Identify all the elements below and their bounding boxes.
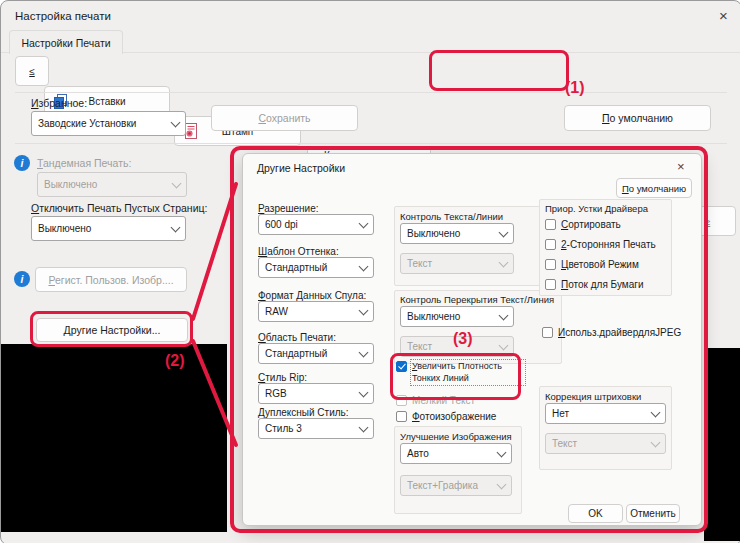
image-enhancement-target-select: Текст+Графика bbox=[400, 475, 512, 496]
chevron-down-icon bbox=[499, 257, 509, 267]
skip-blank-pages-value: Выключено bbox=[38, 223, 91, 234]
rip-style-select[interactable]: RGB bbox=[258, 383, 374, 404]
dialog-title: Другие Настройки bbox=[257, 162, 345, 174]
tab-label: Настройки Печати bbox=[21, 37, 110, 49]
dialog-close-icon[interactable]: × bbox=[677, 160, 685, 173]
tab-print-settings[interactable]: Настройки Печати bbox=[9, 30, 123, 54]
chevron-down-icon bbox=[359, 387, 369, 397]
image-enhancement-title: Улучшение Изображения bbox=[400, 431, 512, 442]
tandem-print-value: Выключено bbox=[44, 179, 97, 190]
tone-pattern-select[interactable]: Стандартный bbox=[258, 257, 374, 278]
chevron-down-icon bbox=[359, 422, 369, 432]
step1-highlight-box bbox=[429, 50, 569, 91]
ok-label: OK bbox=[588, 508, 602, 519]
chevron-down-icon bbox=[171, 222, 181, 232]
chevron-down-icon bbox=[499, 340, 509, 350]
chevron-down-icon bbox=[651, 407, 661, 417]
checkbox-icon bbox=[545, 239, 556, 250]
duplex-style-select[interactable]: Стиль 3 bbox=[258, 418, 374, 439]
info-icon: i bbox=[14, 155, 30, 171]
print-area-label: Область Печати: bbox=[258, 332, 336, 343]
print-area-select[interactable]: Стандартный bbox=[258, 343, 374, 364]
blackout-region bbox=[1, 344, 227, 532]
rip-style-label: Стиль Rip: bbox=[258, 372, 307, 383]
checkbox-icon bbox=[396, 411, 407, 422]
checkbox-icon bbox=[545, 259, 556, 270]
overlap-control-target: Текст bbox=[407, 341, 432, 352]
defaults-button[interactable]: По умолчанию bbox=[564, 105, 711, 131]
chevron-down-icon bbox=[359, 218, 369, 228]
text-line-control-title: Контроль Текста/Линии bbox=[400, 211, 503, 222]
step3-annotation: (3) bbox=[453, 330, 473, 348]
ok-button[interactable]: OK bbox=[568, 504, 623, 523]
chevron-down-icon bbox=[499, 310, 509, 320]
checkbox-icon bbox=[542, 327, 553, 338]
resolution-select[interactable]: 600 dpi bbox=[258, 214, 374, 235]
chevron-down-icon bbox=[171, 117, 181, 127]
cancel-button[interactable]: Отменить bbox=[626, 504, 680, 523]
resolution-label: Разрешение: bbox=[258, 203, 319, 214]
chevron-down-icon bbox=[499, 227, 509, 237]
driver-priority-title: Приор. Устки Драйвера bbox=[545, 203, 648, 214]
hatching-correction-value: Нет bbox=[552, 408, 569, 419]
tone-pattern-label: Шаблон Оттенка: bbox=[258, 246, 339, 257]
duplex-print-checkbox[interactable]: 2-Сторонняя Печать bbox=[545, 239, 656, 250]
image-enhancement-select[interactable]: Авто bbox=[400, 443, 512, 464]
window-title: Настройка печати bbox=[15, 10, 111, 22]
color-mode-label: Цветовой Режим bbox=[561, 259, 639, 270]
thin-lines-checkbox[interactable]: Увеличить Плотность Тонких Линий bbox=[396, 361, 524, 384]
favorites-select[interactable]: Заводские Установки bbox=[31, 111, 186, 136]
dialog-defaults-label: По умолчанию bbox=[622, 183, 686, 194]
text-line-control-target: Текст bbox=[407, 258, 432, 269]
save-button[interactable]: Сохранить bbox=[211, 105, 358, 131]
chevron-down-icon bbox=[359, 305, 369, 315]
thin-lines-label: Увеличить Плотность Тонких Линий bbox=[412, 361, 524, 384]
duplex-print-label: 2-Сторонняя Печать bbox=[561, 239, 656, 250]
collate-label: Сортировать bbox=[561, 219, 621, 230]
chevron-down-icon bbox=[359, 347, 369, 357]
skip-blank-pages-label: Отключить Печать Пустых Страниц: bbox=[31, 202, 207, 214]
prev-tab-button[interactable]: ≤ bbox=[15, 56, 49, 86]
jpeg-driver-label: Использ.драйвердляJPEG bbox=[558, 327, 681, 338]
prev-label: ≤ bbox=[29, 66, 35, 77]
chevron-down-icon bbox=[497, 479, 507, 489]
overlap-control-title: Контроль Перекрытия Текст/Линия bbox=[400, 294, 554, 305]
other-settings-label: Другие Настройки... bbox=[64, 324, 161, 336]
resolution-value: 600 dpi bbox=[265, 219, 298, 230]
hatching-correction-target-select: Текст bbox=[545, 433, 666, 454]
favorites-value: Заводские Установки bbox=[38, 118, 136, 129]
fine-text-label: Мелкий Текст bbox=[412, 395, 475, 406]
color-mode-checkbox[interactable]: Цветовой Режим bbox=[545, 259, 639, 270]
photo-image-checkbox[interactable]: Фотоизображение bbox=[396, 411, 496, 422]
text-line-control-target-select: Текст bbox=[400, 253, 514, 274]
hatching-correction-select[interactable]: Нет bbox=[545, 403, 666, 424]
other-settings-button[interactable]: Другие Настройки... bbox=[36, 318, 188, 342]
spool-format-value: RAW bbox=[265, 306, 288, 317]
overlap-control-select[interactable]: Выключено bbox=[400, 306, 514, 327]
register-user-image-label: Регист. Пользов. Изобр.... bbox=[48, 274, 173, 286]
paper-tray-label: Поток для Бумаги bbox=[561, 279, 643, 290]
checked-checkbox-icon bbox=[396, 361, 407, 372]
spool-format-label: Формат Данных Спула: bbox=[258, 290, 366, 301]
text-line-control-select[interactable]: Выключено bbox=[400, 223, 514, 244]
text-line-control-value: Выключено bbox=[407, 228, 460, 239]
window-close-icon[interactable]: × bbox=[719, 8, 728, 23]
skip-blank-pages-select[interactable]: Выключено bbox=[31, 216, 186, 241]
image-enhancement-value: Авто bbox=[407, 448, 429, 459]
checkbox-icon bbox=[396, 395, 407, 406]
dialog-defaults-button[interactable]: По умолчанию bbox=[616, 178, 692, 198]
jpeg-driver-checkbox[interactable]: Использ.драйвердляJPEG bbox=[542, 327, 681, 338]
step2-annotation: (2) bbox=[165, 352, 185, 370]
collate-checkbox[interactable]: Сортировать bbox=[545, 219, 621, 230]
paper-tray-checkbox[interactable]: Поток для Бумаги bbox=[545, 279, 643, 290]
tone-pattern-value: Стандартный bbox=[265, 262, 327, 273]
duplex-style-label: Дуплексный Стиль: bbox=[258, 407, 349, 418]
spool-format-select[interactable]: RAW bbox=[258, 301, 374, 322]
duplex-style-value: Стиль 3 bbox=[265, 423, 302, 434]
hatching-correction-target: Текст bbox=[552, 438, 577, 449]
favorites-label: Избранное: bbox=[31, 97, 87, 109]
chevron-down-icon bbox=[497, 447, 507, 457]
register-user-image-button[interactable]: Регист. Пользов. Изобр.... bbox=[35, 267, 187, 292]
save-label: Сохранить bbox=[258, 112, 310, 124]
rip-style-value: RGB bbox=[265, 388, 287, 399]
